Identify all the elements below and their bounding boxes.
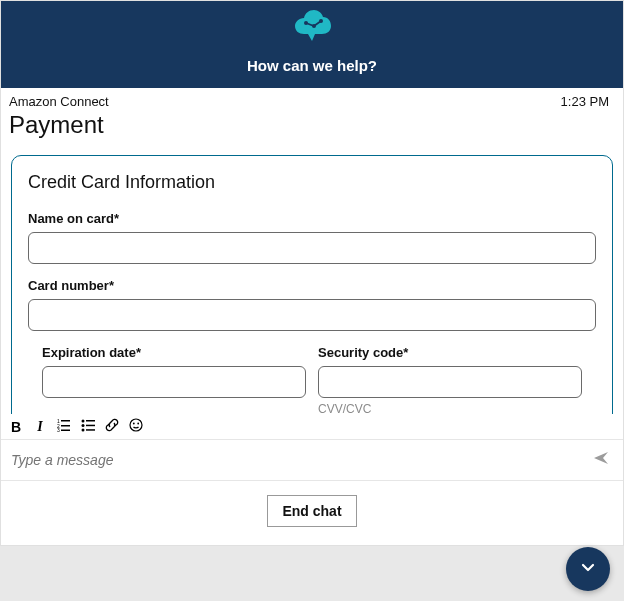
chat-footer: End chat	[1, 481, 623, 545]
emoji-icon[interactable]	[127, 418, 145, 435]
svg-rect-14	[86, 429, 95, 431]
svg-point-15	[130, 419, 142, 431]
format-toolbar: B I 123	[1, 414, 623, 440]
name-on-card-field: Name on card*	[28, 211, 596, 264]
svg-point-11	[82, 424, 85, 427]
svg-point-17	[137, 423, 139, 425]
card-number-field: Card number*	[28, 278, 596, 331]
svg-rect-12	[86, 425, 95, 427]
header-title: How can we help?	[1, 57, 623, 74]
svg-point-13	[82, 429, 85, 432]
message-composer	[1, 440, 623, 481]
unordered-list-icon[interactable]	[79, 418, 97, 435]
name-on-card-label: Name on card*	[28, 211, 596, 226]
svg-point-16	[133, 423, 135, 425]
name-on-card-input[interactable]	[28, 232, 596, 264]
bold-icon[interactable]: B	[7, 419, 25, 435]
message-input[interactable]	[11, 452, 589, 468]
card-number-label: Card number*	[28, 278, 596, 293]
message-meta: Amazon Connect 1:23 PM	[1, 88, 623, 109]
svg-rect-10	[86, 420, 95, 422]
security-code-field: Security code* CVV/CVC	[318, 345, 582, 414]
card-number-input[interactable]	[28, 299, 596, 331]
security-code-label: Security code*	[318, 345, 582, 360]
expiration-field: Expiration date*	[42, 345, 306, 414]
chat-header: How can we help?	[1, 1, 623, 88]
card-title: Credit Card Information	[28, 172, 596, 193]
expiration-label: Expiration date*	[42, 345, 306, 360]
send-icon[interactable]	[589, 450, 613, 470]
svg-text:3: 3	[57, 427, 60, 432]
cloud-chat-icon	[289, 9, 335, 53]
sender-name: Amazon Connect	[9, 94, 109, 109]
end-chat-button[interactable]: End chat	[267, 495, 356, 527]
chat-widget: How can we help? Amazon Connect 1:23 PM …	[0, 0, 624, 546]
svg-rect-4	[61, 420, 70, 422]
svg-rect-6	[61, 425, 70, 427]
security-code-hint: CVV/CVC	[318, 402, 582, 414]
svg-point-9	[82, 420, 85, 423]
page-title: Payment	[1, 109, 623, 155]
credit-card-form: Credit Card Information Name on card* Ca…	[11, 155, 613, 414]
chat-body[interactable]: Amazon Connect 1:23 PM Payment Credit Ca…	[1, 88, 623, 414]
message-time: 1:23 PM	[561, 94, 609, 109]
security-code-input[interactable]	[318, 366, 582, 398]
minimize-chat-button[interactable]	[566, 547, 610, 591]
link-icon[interactable]	[103, 418, 121, 435]
italic-icon[interactable]: I	[31, 419, 49, 435]
ordered-list-icon[interactable]: 123	[55, 418, 73, 435]
svg-rect-8	[61, 430, 70, 432]
chevron-down-icon	[579, 558, 597, 580]
expiration-input[interactable]	[42, 366, 306, 398]
